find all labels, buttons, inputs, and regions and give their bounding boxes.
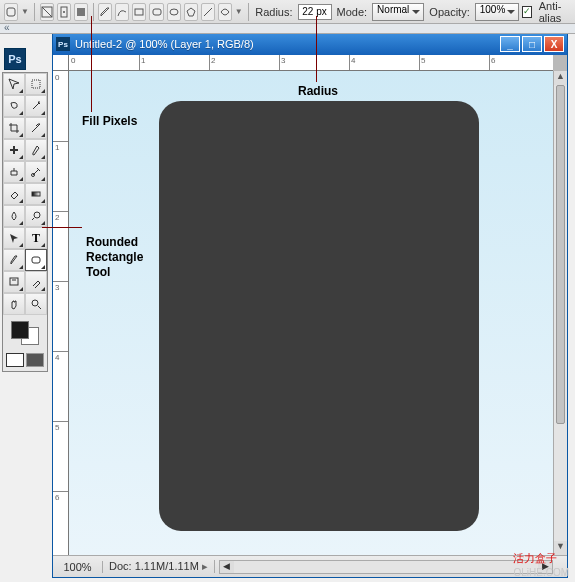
svg-point-7 [170,9,178,15]
callout-line [91,16,92,112]
photoshop-logo-icon: Ps [4,48,26,70]
gradient-tool[interactable] [25,183,47,205]
quickmask-mode-icon[interactable] [26,353,44,367]
polygon-shape-icon[interactable] [184,3,198,21]
separator [248,3,249,21]
mode-label: Mode: [335,6,370,18]
dodge-tool[interactable] [25,205,47,227]
magic-wand-tool[interactable] [25,95,47,117]
freeform-pen-icon[interactable] [115,3,129,21]
eraser-tool[interactable] [3,183,25,205]
minimize-button[interactable]: _ [500,36,520,52]
close-button[interactable]: X [544,36,564,52]
move-tool[interactable] [3,73,25,95]
scroll-left-icon[interactable]: ◀ [220,561,234,573]
maximize-button[interactable]: □ [522,36,542,52]
svg-rect-14 [32,192,40,196]
ruler-origin[interactable] [53,55,69,71]
ellipse-shape-icon[interactable] [167,3,181,21]
opacity-label: Opacity: [427,6,471,18]
svg-rect-18 [10,278,18,285]
mode-select[interactable]: Normal [372,3,424,21]
status-bar: 100% Doc: 1.11M/1.11M ◀ ▶ [53,555,567,577]
clone-stamp-tool[interactable] [3,161,25,183]
palette-well-strip[interactable] [0,24,575,34]
annotation-fill-pixels: Fill Pixels [82,114,137,128]
svg-line-16 [32,218,34,220]
svg-rect-6 [153,9,161,15]
zoom-field[interactable]: 100% [53,561,103,573]
vertical-ruler[interactable]: 0 1 2 3 4 5 6 [53,71,69,555]
options-bar: ▼ ▼ Radius: Mode: Normal Opacity: 100% ✓… [0,0,575,24]
horizontal-ruler[interactable]: 0 1 2 3 4 5 6 [69,55,553,71]
blur-tool[interactable] [3,205,25,227]
annotation-rrect-tool: Rounded Rectangle Tool [86,235,143,280]
svg-rect-5 [135,9,143,15]
scroll-up-icon[interactable]: ▲ [554,71,567,85]
svg-rect-4 [77,8,85,16]
separator [34,3,35,21]
type-tool[interactable]: T [25,227,47,249]
separator [93,3,94,21]
drawn-rounded-rectangle [159,101,479,531]
paths-icon[interactable] [57,3,71,21]
rounded-rectangle-tool[interactable] [25,249,47,271]
standard-mode-icon[interactable] [6,353,24,367]
radius-input[interactable] [298,4,332,20]
slice-tool[interactable] [25,117,47,139]
svg-line-9 [204,8,212,16]
rounded-rectangle-shape-icon[interactable] [149,3,163,21]
path-selection-tool[interactable] [3,227,25,249]
pen-tool[interactable] [3,249,25,271]
fill-pixels-icon[interactable] [74,3,88,21]
svg-point-20 [32,300,38,306]
watermark-sub: OLiHE.COM [513,567,569,578]
toolbox: T [2,72,48,372]
color-swatches [3,315,47,349]
document-icon: Ps [56,37,70,51]
svg-point-15 [34,212,40,218]
pen-icon[interactable] [98,3,112,21]
crop-tool[interactable] [3,117,25,139]
opacity-select[interactable]: 100% [475,3,519,21]
radius-label: Radius: [253,6,294,18]
watermark: 活力盒子 OLiHE.COM [513,551,569,578]
horizontal-scrollbar[interactable]: ◀ ▶ [219,560,553,574]
svg-rect-17 [32,257,40,263]
svg-rect-2 [61,7,67,17]
notes-tool[interactable] [3,271,25,293]
callout-line [316,16,317,82]
vertical-scrollbar[interactable]: ▲ ▼ [553,71,567,555]
antialias-checkbox[interactable]: ✓ [522,6,532,18]
svg-line-21 [38,306,41,309]
lasso-tool[interactable] [3,95,25,117]
canvas[interactable] [69,71,553,555]
svg-rect-0 [7,8,15,16]
line-shape-icon[interactable] [201,3,215,21]
svg-point-3 [63,11,65,13]
eyedropper-tool[interactable] [25,271,47,293]
tool-preset-picker[interactable] [4,3,18,21]
svg-marker-8 [187,8,195,16]
watermark-main: 活力盒子 [513,552,557,564]
healing-brush-tool[interactable] [3,139,25,161]
svg-rect-10 [32,80,40,88]
svg-rect-12 [13,146,15,154]
history-brush-tool[interactable] [25,161,47,183]
foreground-color-swatch[interactable] [11,321,29,339]
window-titlebar[interactable]: Ps Untitled-2 @ 100% (Layer 1, RGB/8) _ … [53,33,567,55]
doc-info[interactable]: Doc: 1.11M/1.11M [103,560,215,573]
zoom-tool[interactable] [25,293,47,315]
brush-tool[interactable] [25,139,47,161]
shape-layers-icon[interactable] [40,3,54,21]
rectangle-shape-icon[interactable] [132,3,146,21]
scrollbar-thumb[interactable] [556,85,565,424]
annotation-radius: Radius [298,84,338,98]
antialias-label: Anti-alias [537,0,571,24]
callout-line [42,227,82,228]
svg-rect-1 [42,7,52,17]
window-title: Untitled-2 @ 100% (Layer 1, RGB/8) [75,38,500,50]
marquee-tool[interactable] [25,73,47,95]
hand-tool[interactable] [3,293,25,315]
custom-shape-icon[interactable] [218,3,232,21]
